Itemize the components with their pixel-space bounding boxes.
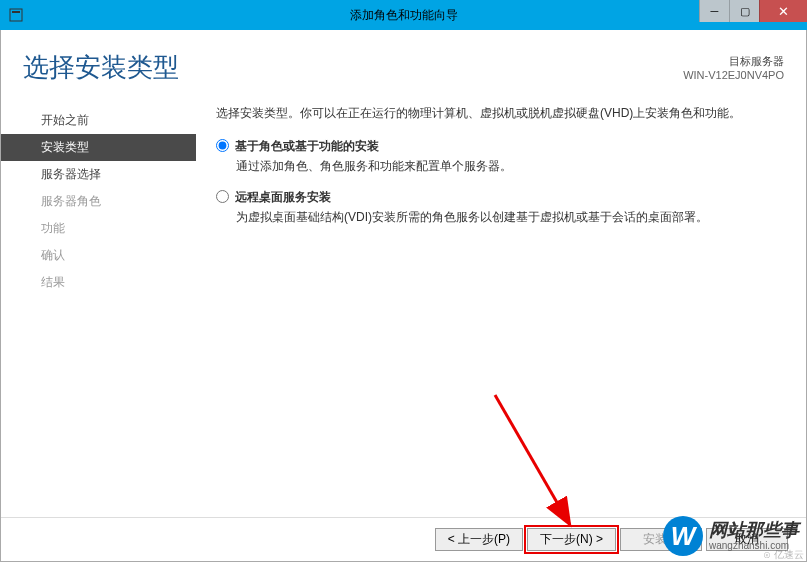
sidebar-item-results: 结果: [1, 269, 196, 296]
previous-button[interactable]: < 上一步(P): [435, 528, 523, 551]
radio-role-based[interactable]: [216, 139, 229, 152]
minimize-button[interactable]: ─: [699, 0, 729, 22]
sidebar-item-confirmation: 确认: [1, 242, 196, 269]
target-value: WIN-V12EJ0NV4PO: [683, 69, 784, 81]
titlebar: 添加角色和功能向导 ─ ▢: [0, 0, 807, 30]
radio-remote-desktop[interactable]: [216, 190, 229, 203]
sidebar-item-installation-type[interactable]: 安装类型: [1, 134, 196, 161]
page-title: 选择安装类型: [23, 50, 179, 85]
main-area: 开始之前 安装类型 服务器选择 服务器角色 功能 确认 结果 选择安装类型。你可…: [1, 95, 806, 517]
footer: < 上一步(P) 下一步(N) > 安装(I) 取消: [1, 517, 806, 561]
maximize-button[interactable]: ▢: [729, 0, 759, 22]
instruction-text: 选择安装类型。你可以在正在运行的物理计算机、虚拟机或脱机虚拟硬盘(VHD)上安装…: [216, 105, 776, 122]
window-controls: ─ ▢: [699, 0, 807, 22]
app-icon: [8, 7, 24, 23]
install-button: 安装(I): [620, 528, 702, 551]
sidebar: 开始之前 安装类型 服务器选择 服务器角色 功能 确认 结果: [1, 95, 196, 517]
header-area: 选择安装类型 目标服务器 WIN-V12EJ0NV4PO: [1, 30, 806, 95]
target-label: 目标服务器: [683, 54, 784, 69]
wizard-body: 选择安装类型 目标服务器 WIN-V12EJ0NV4PO 开始之前 安装类型 服…: [0, 30, 807, 562]
target-info: 目标服务器 WIN-V12EJ0NV4PO: [683, 50, 784, 85]
sidebar-item-server-selection[interactable]: 服务器选择: [1, 161, 196, 188]
option-label-remote-desktop: 远程桌面服务安装: [235, 189, 331, 206]
sidebar-item-server-roles: 服务器角色: [1, 188, 196, 215]
option-desc-role-based: 通过添加角色、角色服务和功能来配置单个服务器。: [236, 158, 776, 175]
option-remote-desktop[interactable]: 远程桌面服务安装: [216, 189, 776, 206]
option-label-role-based: 基于角色或基于功能的安装: [235, 138, 379, 155]
content-panel: 选择安装类型。你可以在正在运行的物理计算机、虚拟机或脱机虚拟硬盘(VHD)上安装…: [196, 95, 806, 517]
svg-rect-1: [12, 11, 20, 13]
window-title: 添加角色和功能向导: [350, 7, 458, 24]
svg-rect-0: [10, 9, 22, 21]
watermark-corner: ⊙ 亿速云: [763, 548, 804, 562]
sidebar-item-before-you-begin[interactable]: 开始之前: [1, 107, 196, 134]
sidebar-item-features: 功能: [1, 215, 196, 242]
next-button[interactable]: 下一步(N) >: [527, 528, 616, 551]
close-button[interactable]: [759, 0, 807, 22]
option-desc-remote-desktop: 为虚拟桌面基础结构(VDI)安装所需的角色服务以创建基于虚拟机或基于会话的桌面部…: [236, 209, 776, 226]
option-role-based[interactable]: 基于角色或基于功能的安装: [216, 138, 776, 155]
